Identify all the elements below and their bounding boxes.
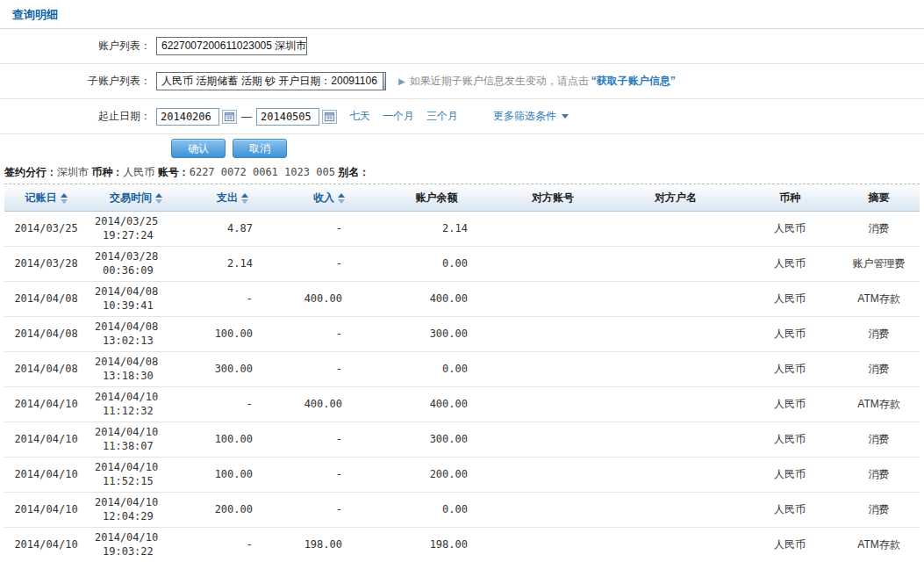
- cell-income: 400.00: [281, 386, 377, 422]
- cell-income: -: [281, 422, 377, 457]
- column-header-expense[interactable]: 支出: [184, 186, 281, 211]
- cell-counter-name: [610, 386, 741, 422]
- table-row: 2014/03/252014/03/2519:27:244.87-2.14人民币…: [4, 211, 920, 246]
- cell-trans-time: 2014/04/0813:18:30: [88, 351, 184, 386]
- cell-expense: -: [184, 386, 281, 422]
- triangle-right-icon: ▶: [398, 76, 405, 86]
- cell-currency: 人民币: [741, 457, 838, 492]
- cell-counter-name: [610, 351, 741, 386]
- cell-balance: 300.00: [377, 422, 496, 457]
- cell-counter-name: [610, 281, 741, 316]
- cell-post-date: 2014/03/28: [4, 246, 88, 281]
- column-header-summary: 摘要: [838, 186, 920, 211]
- quick-range-1month[interactable]: 一个月: [383, 109, 414, 124]
- filter-row-sub-account-list: 子账户列表： 人民币 活期储蓄 活期 钞 开户日期：20091106 ▶ 如果近…: [0, 64, 924, 99]
- cell-income: -: [281, 492, 377, 527]
- column-header-balance: 账户余额: [377, 186, 496, 211]
- cell-balance: 198.00: [377, 527, 496, 562]
- column-header-post-date[interactable]: 记账日: [4, 186, 88, 211]
- branch-label: 签约分行：: [4, 166, 57, 178]
- column-header-trans-time[interactable]: 交易时间: [88, 186, 184, 211]
- cell-trans-time: 2014/04/0813:02:13: [88, 316, 184, 351]
- column-header-currency: 币种: [741, 186, 838, 211]
- cell-counter-name: [610, 316, 741, 351]
- date-range-label: 起止日期：: [0, 109, 151, 124]
- cell-balance: 300.00: [377, 316, 496, 351]
- cell-counter-name: [610, 457, 741, 492]
- more-filters-link[interactable]: 更多筛选条件: [493, 109, 569, 124]
- cell-expense: 4.87: [184, 211, 281, 246]
- cell-currency: 人民币: [741, 351, 838, 386]
- cell-post-date: 2014/04/10: [4, 457, 88, 492]
- calendar-icon[interactable]: [322, 110, 337, 124]
- sort-icon: [338, 193, 345, 204]
- filter-row-account-list: 账户列表： 6227007200611023005 深圳市: [0, 29, 924, 64]
- cell-currency: 人民币: [741, 527, 838, 562]
- date-range-separator: —: [241, 111, 252, 123]
- account-summary: 签约分行：深圳市 币种：人民币 账号：6227 0072 0061 1023 0…: [0, 162, 924, 184]
- cell-currency: 人民币: [741, 492, 838, 527]
- column-header-income[interactable]: 收入: [281, 186, 377, 211]
- table-row: 2014/03/282014/03/2800:36:092.14-0.00人民币…: [4, 246, 920, 281]
- table-row: 2014/04/082014/04/0810:39:41-400.00400.0…: [4, 281, 920, 316]
- refresh-sub-account-link[interactable]: “获取子账户信息”: [591, 74, 676, 89]
- cell-currency: 人民币: [741, 281, 838, 316]
- cell-balance: 0.00: [377, 351, 496, 386]
- cell-expense: 300.00: [184, 351, 281, 386]
- cell-expense: -: [184, 281, 281, 316]
- cell-income: 198.00: [281, 527, 377, 562]
- cell-income: -: [281, 457, 377, 492]
- cancel-button[interactable]: 取消: [233, 139, 287, 158]
- cell-counter-account: [496, 316, 610, 351]
- transactions-table: 记账日 交易时间 支出 收入 账户余额 对方账号 对方户名 币种 摘要 2014…: [4, 184, 920, 562]
- cell-counter-name: [610, 422, 741, 457]
- cell-counter-account: [496, 281, 610, 316]
- cell-counter-account: [496, 527, 610, 562]
- cell-currency: 人民币: [741, 316, 838, 351]
- quick-range-7days[interactable]: 七天: [349, 109, 370, 124]
- cell-expense: 100.00: [184, 422, 281, 457]
- cell-income: -: [281, 246, 377, 281]
- quick-range-3months[interactable]: 三个月: [426, 109, 458, 124]
- end-date-input[interactable]: [256, 108, 319, 126]
- start-date-input[interactable]: [156, 108, 219, 126]
- cell-trans-time: 2014/04/1011:38:07: [88, 422, 184, 457]
- cell-trans-time: 2014/04/1011:12:32: [88, 386, 184, 422]
- cell-trans-time: 2014/04/1012:04:29: [88, 492, 184, 527]
- page-title: 查询明细: [0, 0, 924, 29]
- cell-counter-name: [610, 246, 741, 281]
- cell-income: 400.00: [281, 281, 377, 316]
- cell-income: -: [281, 211, 377, 246]
- sub-account-hint-text: 如果近期子账户信息发生变动，请点击: [410, 74, 589, 89]
- cell-balance: 2.14: [377, 211, 496, 246]
- cell-income: -: [281, 316, 377, 351]
- currency-value: 人民币: [123, 166, 154, 178]
- cell-post-date: 2014/04/08: [4, 351, 88, 386]
- cell-balance: 0.00: [377, 246, 496, 281]
- calendar-icon[interactable]: [222, 110, 237, 124]
- confirm-button[interactable]: 确认: [171, 139, 226, 158]
- table-header-row: 记账日 交易时间 支出 收入 账户余额 对方账号 对方户名 币种 摘要: [4, 186, 920, 211]
- cell-currency: 人民币: [741, 246, 838, 281]
- sub-account-list-select[interactable]: 人民币 活期储蓄 活期 钞 开户日期：20091106: [156, 72, 386, 90]
- form-actions: 确认 取消: [0, 134, 924, 162]
- dropdown-arrow-icon[interactable]: [383, 73, 386, 90]
- cell-summary: 消费: [838, 457, 920, 492]
- account-number-value: 6227 0072 0061 1023 005: [190, 166, 335, 178]
- column-header-counter-name: 对方户名: [610, 186, 741, 211]
- cell-summary: 消费: [838, 492, 920, 527]
- account-list-label: 账户列表：: [0, 39, 151, 54]
- sort-icon: [61, 193, 68, 204]
- cell-counter-account: [496, 351, 610, 386]
- sort-icon: [155, 193, 162, 204]
- cell-summary: ATM存款: [838, 281, 920, 316]
- account-number-label: 账号：: [158, 166, 190, 178]
- table-row: 2014/04/102014/04/1012:04:29200.00-0.00人…: [4, 492, 920, 527]
- account-list-select[interactable]: 6227007200611023005 深圳市: [156, 37, 307, 55]
- sub-account-selected-value: 人民币 活期储蓄 活期 钞 开户日期：20091106: [157, 74, 383, 89]
- cell-counter-name: [610, 527, 741, 562]
- table-row: 2014/04/082014/04/0813:18:30300.00-0.00人…: [4, 351, 920, 386]
- cell-expense: 2.14: [184, 246, 281, 281]
- branch-value: 深圳市: [57, 166, 89, 178]
- column-header-counter-account: 对方账号: [496, 186, 610, 211]
